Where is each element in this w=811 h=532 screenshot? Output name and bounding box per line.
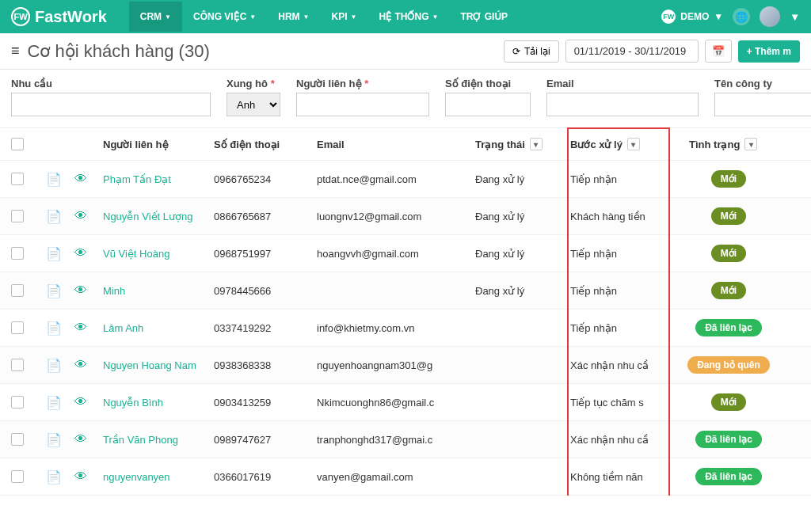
nav-item-trợ giúp[interactable]: TRỢ GIÚP: [449, 2, 519, 32]
add-button[interactable]: + Thêm m: [738, 40, 800, 63]
row-checkbox[interactable]: [11, 359, 24, 371]
globe-icon[interactable]: 🌐: [733, 8, 750, 25]
document-icon[interactable]: 📄: [46, 359, 62, 372]
phone-cell: 0938368338: [214, 359, 317, 371]
table-row: 📄👁nguyenvanyen0366017619vanyen@gamail.co…: [0, 458, 811, 496]
nav-label: HRM: [278, 11, 299, 22]
table-row: 📄👁Phạm Tấn Đạt0966765234ptdat.nce@gmail.…: [0, 161, 811, 198]
caret-down-icon: ▼: [790, 11, 800, 23]
status-badge: Đã liên lạc: [695, 319, 762, 336]
document-icon[interactable]: 📄: [46, 470, 62, 484]
contact-name-link[interactable]: Minh: [103, 285, 214, 297]
step-cell: Tiếp nhận: [570, 322, 673, 334]
status-badge: Mới: [711, 282, 746, 299]
reload-button[interactable]: ⟳ Tải lại: [504, 40, 559, 63]
xung-ho-select[interactable]: Anh: [227, 93, 280, 116]
document-icon[interactable]: 📄: [46, 321, 62, 335]
row-checkbox[interactable]: [11, 210, 24, 222]
eye-icon[interactable]: 👁: [74, 172, 87, 185]
document-icon[interactable]: 📄: [46, 210, 62, 223]
contact-name-link[interactable]: Lâm Anh: [103, 322, 214, 334]
caret-down-icon: ▼: [351, 13, 357, 21]
avatar[interactable]: [760, 6, 780, 27]
phone-cell: 0989747627: [214, 434, 317, 446]
calendar-button[interactable]: 📅: [705, 40, 732, 63]
email-cell: vanyen@gamail.com: [317, 471, 475, 483]
status-badge: Mới: [711, 393, 746, 411]
step-cell: Xác nhận nhu cầ: [570, 359, 673, 371]
select-all-checkbox[interactable]: [11, 138, 24, 150]
eye-icon[interactable]: 👁: [74, 246, 87, 260]
filter-so-dien-thoai: Số điện thoại: [445, 78, 531, 116]
page-title: Cơ hội khách hàng (30): [28, 41, 210, 62]
email-cell: nguyenhoangnam301@g: [317, 359, 475, 371]
status-cell: Đang xử lý: [475, 285, 570, 297]
filter-icon[interactable]: ▾: [744, 138, 757, 150]
status-cell: Đang xử lý: [475, 173, 570, 185]
document-icon[interactable]: 📄: [46, 173, 62, 186]
eye-icon[interactable]: 👁: [74, 432, 87, 446]
contact-name-link[interactable]: Nguyen Hoang Nam: [103, 359, 214, 371]
brand[interactable]: FW FastWork: [11, 7, 107, 26]
row-checkbox[interactable]: [11, 470, 24, 483]
hamburger-icon[interactable]: ≡: [11, 43, 20, 59]
row-checkbox[interactable]: [11, 433, 24, 446]
badge-cell: Mới: [673, 393, 784, 411]
eye-icon[interactable]: 👁: [74, 321, 87, 334]
status-badge: Đã liên lạc: [695, 431, 762, 448]
brand-logo-icon: FW: [11, 7, 30, 26]
filter-icon[interactable]: ▾: [627, 138, 640, 150]
col-so-dien-thoai: Số điện thoại: [214, 139, 317, 150]
nhu-cau-input[interactable]: [11, 93, 211, 116]
phone-cell: 0866765687: [214, 211, 317, 222]
step-cell: Tiếp nhận: [570, 285, 673, 297]
reload-label: Tải lại: [524, 46, 550, 57]
email-input[interactable]: [546, 93, 699, 116]
contact-name-link[interactable]: Nguyễn Viết Lượng: [103, 211, 214, 222]
contact-name-link[interactable]: Vũ Việt Hoàng: [103, 248, 214, 260]
nav-label: KPI: [332, 11, 348, 22]
eye-icon[interactable]: 👁: [74, 283, 87, 297]
row-checkbox[interactable]: [11, 284, 24, 297]
date-range-input[interactable]: 01/11/2019 - 30/11/2019: [565, 40, 699, 63]
row-checkbox[interactable]: [11, 321, 24, 334]
refresh-icon: ⟳: [512, 46, 520, 57]
so-dien-thoai-input[interactable]: [445, 93, 531, 116]
filter-icon[interactable]: ▾: [530, 138, 543, 150]
nav-item-crm[interactable]: CRM▼: [129, 2, 182, 32]
row-checkbox[interactable]: [11, 247, 24, 260]
nav-label: CÔNG VIỆC: [193, 11, 246, 22]
nguoi-lien-he-input[interactable]: [296, 93, 429, 116]
document-icon[interactable]: 📄: [46, 247, 62, 260]
user-menu[interactable]: FW DEMO ▼: [661, 10, 723, 24]
nav-item-công việc[interactable]: CÔNG VIỆC▼: [182, 2, 267, 32]
phone-cell: 0366017619: [214, 471, 317, 483]
eye-icon[interactable]: 👁: [74, 395, 87, 408]
filter-label: Email: [546, 78, 699, 89]
row-checkbox[interactable]: [11, 396, 24, 408]
filter-label: Xung hô *: [227, 78, 280, 89]
ten-cong-ty-input[interactable]: [714, 93, 811, 116]
caret-down-icon: ▼: [165, 13, 171, 21]
email-cell: hoangvvh@gmail.com: [317, 248, 475, 260]
row-checkbox[interactable]: [11, 173, 24, 185]
nav-item-hệ thống[interactable]: HỆ THỐNG▼: [367, 2, 449, 32]
document-icon[interactable]: 📄: [46, 433, 62, 446]
caret-down-icon: ▼: [714, 11, 723, 22]
nav-item-kpi[interactable]: KPI▼: [321, 2, 368, 32]
contact-name-link[interactable]: nguyenvanyen: [103, 471, 214, 483]
nav-item-hrm[interactable]: HRM▼: [267, 2, 320, 32]
eye-icon[interactable]: 👁: [74, 469, 87, 483]
eye-icon[interactable]: 👁: [74, 209, 87, 222]
eye-icon[interactable]: 👁: [74, 358, 87, 371]
contact-name-link[interactable]: Trần Văn Phong: [103, 434, 214, 446]
header-bar: ≡ Cơ hội khách hàng (30) ⟳ Tải lại 01/11…: [0, 33, 811, 70]
step-cell: Tiếp tục chăm s: [570, 397, 673, 408]
step-cell: Tiếp nhận: [570, 173, 673, 185]
document-icon[interactable]: 📄: [46, 396, 62, 409]
filter-ten-cong-ty: Tên công ty: [714, 78, 811, 116]
contact-name-link[interactable]: Phạm Tấn Đạt: [103, 173, 214, 185]
step-cell: Xác nhận nhu cầ: [570, 434, 673, 446]
contact-name-link[interactable]: Nguyễn Bình: [103, 397, 214, 408]
document-icon[interactable]: 📄: [46, 284, 62, 298]
